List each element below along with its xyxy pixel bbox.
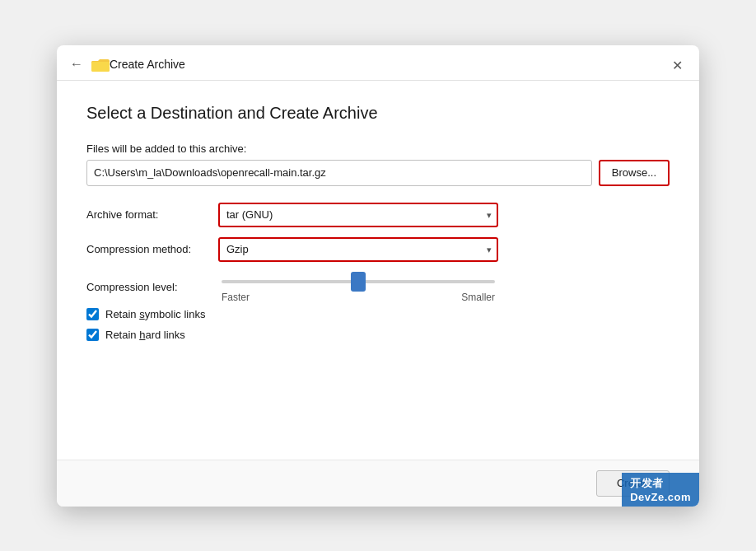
archive-path-input[interactable] bbox=[86, 160, 592, 186]
retain-hardlinks-row: Retain hard links bbox=[86, 329, 670, 341]
close-button[interactable]: ✕ bbox=[665, 54, 689, 78]
compression-method-label: Compression method: bbox=[86, 243, 218, 255]
folder-icon bbox=[91, 57, 110, 72]
svg-rect-1 bbox=[91, 62, 110, 72]
section-title: Select a Destination and Create Archive bbox=[86, 104, 670, 123]
dialog-title: Create Archive bbox=[110, 58, 185, 71]
path-field-label: Files will be added to this archive: bbox=[86, 142, 670, 155]
watermark: 开发者DevZe.com bbox=[622, 473, 699, 507]
compression-method-row: Compression method: Gzip Bzip2 XZ None ▾ bbox=[86, 237, 670, 262]
archive-format-select-wrapper: tar (GNU) zip 7z tar.bz2 tar.xz ▾ bbox=[218, 203, 498, 227]
retain-hardlinks-checkbox[interactable] bbox=[86, 329, 99, 341]
dialog-content: Select a Destination and Create Archive … bbox=[57, 81, 699, 460]
archive-format-row: Archive format: tar (GNU) zip 7z tar.bz2… bbox=[86, 203, 670, 227]
compression-level-slider[interactable] bbox=[222, 280, 495, 283]
retain-hardlinks-label: Retain hard links bbox=[105, 329, 185, 341]
path-row: Browse... bbox=[86, 160, 670, 186]
compression-level-slider-container: Faster Smaller bbox=[218, 272, 498, 303]
dialog-footer: Create 开发者DevZe.com bbox=[57, 460, 699, 507]
retain-symlinks-label: Retain symbolic links bbox=[105, 308, 205, 320]
faster-label: Faster bbox=[222, 292, 250, 303]
browse-button[interactable]: Browse... bbox=[599, 160, 670, 186]
back-button[interactable]: ← bbox=[70, 57, 83, 72]
compression-method-select[interactable]: Gzip Bzip2 XZ None bbox=[218, 237, 498, 262]
archive-format-select[interactable]: tar (GNU) zip 7z tar.bz2 tar.xz bbox=[218, 203, 498, 227]
retain-symlinks-row: Retain symbolic links bbox=[86, 308, 670, 320]
title-bar: ← Create Archive ✕ bbox=[57, 45, 699, 81]
compression-level-label: Compression level: bbox=[86, 281, 218, 293]
archive-format-label: Archive format: bbox=[86, 208, 218, 221]
create-archive-dialog: ← Create Archive ✕ Select a Destination … bbox=[57, 45, 699, 507]
compression-method-select-wrapper: Gzip Bzip2 XZ None ▾ bbox=[218, 237, 498, 262]
slider-labels: Faster Smaller bbox=[222, 292, 495, 303]
smaller-label: Smaller bbox=[461, 292, 495, 303]
retain-symlinks-checkbox[interactable] bbox=[86, 308, 99, 320]
compression-level-row: Compression level: Faster Smaller bbox=[86, 272, 670, 303]
